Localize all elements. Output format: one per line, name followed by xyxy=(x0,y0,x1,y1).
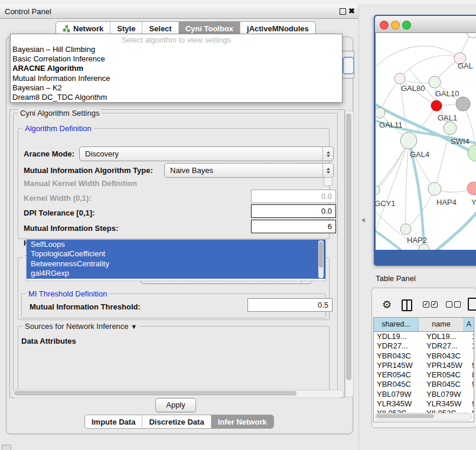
network-edge[interactable] xyxy=(376,141,409,234)
table-cell[interactable]: YBR045C xyxy=(374,380,421,389)
attribute-list-item[interactable]: SelfLoops xyxy=(27,240,325,249)
network-node[interactable] xyxy=(400,132,417,149)
table-row[interactable]: YPR145WYPR145W9. xyxy=(374,361,474,370)
settings-vscrollbar-thumb[interactable] xyxy=(346,113,351,380)
table-row[interactable]: YIL052CYIL052C9 xyxy=(374,409,474,413)
dropdown-item[interactable]: Basic Correlation Inference xyxy=(11,54,342,64)
manual-kernel-checkbox[interactable] xyxy=(324,177,332,186)
list-scrollbar-thumb[interactable] xyxy=(319,242,323,268)
table-cell[interactable]: YPR145W xyxy=(421,361,469,370)
sources-toggle[interactable]: Sources for Network Inference ▼ xyxy=(22,322,139,331)
column-header-cut[interactable]: A xyxy=(464,318,474,331)
table-row[interactable]: YER054CYER054C8. xyxy=(374,370,474,380)
table-cell[interactable]: 9. xyxy=(469,380,474,389)
network-node[interactable] xyxy=(468,145,476,161)
unchecked-checkbox-icon[interactable] xyxy=(454,301,461,308)
tab-jactivemnodules[interactable]: jActiveMNodules xyxy=(240,22,315,35)
columns-icon[interactable] xyxy=(402,299,412,311)
checked-checkbox-icon[interactable]: ✓ xyxy=(423,301,429,308)
kernel-width-input[interactable]: 0.0 xyxy=(251,190,336,203)
table-cell[interactable]: 12 xyxy=(469,341,474,351)
aracne-mode-select[interactable]: Discovery xyxy=(79,146,334,161)
tab-discretize-data[interactable]: Discretize Data xyxy=(142,415,211,428)
attribute-list-item[interactable]: gal4RGexp xyxy=(27,269,325,278)
minimize-traffic-light[interactable] xyxy=(391,21,400,30)
table-cell[interactable]: YER054C xyxy=(421,370,469,380)
network-view[interactable]: GALGAL80GAL10GAL1GAL11SWI4GAL4GCY1HAP4YH… xyxy=(376,33,476,250)
combo-stepper-fragment[interactable] xyxy=(343,57,354,74)
table-cell[interactable]: YDL19... xyxy=(374,332,421,341)
table-row[interactable]: YDL19...YDL19...13 xyxy=(374,332,474,341)
dropdown-item[interactable]: ARACNE Algorithm xyxy=(11,64,342,73)
network-node[interactable] xyxy=(429,76,441,88)
table-cell[interactable]: YBL079W xyxy=(374,390,421,399)
mi-type-select[interactable]: Naive Bayes xyxy=(164,163,334,178)
tab-select[interactable]: Select xyxy=(142,22,178,35)
network-node[interactable] xyxy=(395,73,405,84)
page-icon[interactable] xyxy=(468,298,476,311)
network-edge-highlighted[interactable] xyxy=(376,229,404,250)
table-cell[interactable]: YBR043C xyxy=(421,351,469,361)
network-node[interactable] xyxy=(444,122,457,135)
table-cell[interactable]: YLR345W xyxy=(374,399,421,409)
dropdown-item[interactable]: Bayesian – Hill Climbing xyxy=(11,45,342,54)
table-cell[interactable]: 9. xyxy=(469,399,474,409)
gear-icon[interactable]: ⚙ xyxy=(382,298,392,311)
table-cell[interactable]: YBL079W xyxy=(421,390,469,399)
table-cell[interactable]: YDL19... xyxy=(421,332,469,341)
network-edge[interactable] xyxy=(376,46,460,70)
table-cell[interactable]: YLR345W xyxy=(421,399,469,409)
attribute-list-item[interactable]: TopologicalCoefficient xyxy=(27,249,325,259)
apply-button[interactable]: Apply xyxy=(155,398,196,412)
table-cell[interactable] xyxy=(469,390,474,399)
network-node[interactable] xyxy=(431,100,442,111)
unchecked-checkbox-icon[interactable] xyxy=(446,301,452,308)
table-cell[interactable]: YDR27... xyxy=(421,341,469,351)
mi-steps-input[interactable]: 6 xyxy=(251,220,336,233)
table-hscrollbar-thumb[interactable] xyxy=(376,414,434,418)
table-cell[interactable]: YDR27... xyxy=(374,341,421,351)
table-cell[interactable]: 8. xyxy=(469,370,474,380)
network-node[interactable] xyxy=(428,182,441,195)
checked-checkbox-icon[interactable]: ✓ xyxy=(431,301,438,308)
column-header-name[interactable]: name xyxy=(419,318,464,331)
network-node[interactable] xyxy=(467,33,476,38)
network-edge[interactable] xyxy=(376,141,409,190)
zoom-traffic-light[interactable] xyxy=(402,21,411,30)
table-row[interactable]: YBR043CYBR043C xyxy=(374,351,474,361)
close-traffic-light[interactable] xyxy=(380,21,389,30)
network-edge[interactable] xyxy=(400,56,460,79)
close-icon[interactable]: ✖ xyxy=(348,6,355,15)
network-node[interactable] xyxy=(419,244,429,250)
panel-collapse-arrow[interactable] xyxy=(361,218,365,223)
table-cell[interactable]: 13 xyxy=(469,332,474,341)
float-window-icon[interactable] xyxy=(340,8,346,15)
table-cell[interactable]: YBR043C xyxy=(374,351,421,361)
network-edge-highlighted[interactable] xyxy=(433,209,476,250)
tab-style[interactable]: Style xyxy=(110,22,142,35)
tab-infer-network[interactable]: Infer Network xyxy=(211,415,273,428)
column-header-sharedname[interactable]: shared... xyxy=(374,318,419,331)
settings-hscrollbar-thumb[interactable] xyxy=(14,391,296,396)
mi-threshold-input[interactable]: 0.5 xyxy=(247,298,332,312)
dock-corner-icon[interactable] xyxy=(2,445,11,450)
data-attributes-list[interactable]: SelfLoopsTopologicalCoefficientBetweenne… xyxy=(26,239,326,281)
table-row[interactable]: YBR045CYBR045C9. xyxy=(374,380,474,389)
dropdown-item[interactable]: Bayesian – K2 xyxy=(11,83,342,93)
table-cell[interactable]: 9 xyxy=(469,409,474,413)
network-node[interactable] xyxy=(376,107,385,118)
table-row[interactable]: YDR27...YDR27...12 xyxy=(374,341,474,351)
table-cell[interactable] xyxy=(469,351,474,361)
table-cell[interactable]: YPR145W xyxy=(374,361,421,370)
dpi-tolerance-input[interactable]: 0.0 xyxy=(251,204,336,218)
attribute-list-item[interactable]: BetweennessCentrality xyxy=(27,259,325,269)
network-edge[interactable] xyxy=(406,141,409,229)
table-row[interactable]: YBL079WYBL079W xyxy=(374,390,474,399)
network-node[interactable] xyxy=(400,224,411,234)
tab-cyni-toolbox[interactable]: Cyni Toolbox xyxy=(179,22,240,35)
table-cell[interactable]: YBR045C xyxy=(421,380,469,389)
table-cell[interactable]: YIL052C xyxy=(421,409,469,413)
table-cell[interactable]: 9. xyxy=(469,361,474,370)
dropdown-item[interactable]: Mutual Information Inference xyxy=(11,74,342,83)
network-node[interactable] xyxy=(467,182,476,195)
